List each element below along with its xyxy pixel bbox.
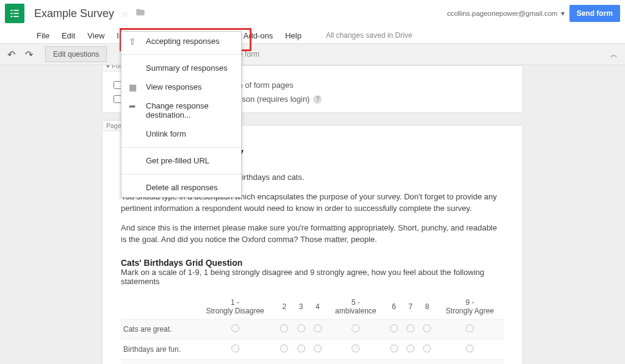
help-icon[interactable]: ?	[313, 95, 322, 104]
dropdown-unlink-label: Unlink form	[146, 129, 186, 138]
grid-radio[interactable]	[280, 344, 288, 352]
grid-radio[interactable]	[466, 324, 474, 332]
dropdown-delete-all-label: Delete all responses	[146, 183, 218, 192]
grid-radio[interactable]	[297, 324, 305, 332]
dropdown-accepting-label: Accepting responses	[146, 37, 220, 46]
grid-radio[interactable]	[423, 344, 431, 352]
account-email[interactable]: ccollins.pageonepower@gmail.com	[447, 10, 557, 17]
grid-column-header: 2	[276, 294, 292, 319]
undo-button[interactable]: ↶	[7, 49, 15, 60]
save-status: All changes saved in Drive	[326, 31, 412, 40]
grid-column-header: 8	[419, 294, 435, 319]
chevron-down-icon[interactable]: ▾	[106, 65, 110, 70]
svg-rect-5	[13, 16, 18, 17]
grid-column-header: 6	[386, 294, 402, 319]
dropdown-summary-label: Summary of responses	[146, 63, 228, 73]
dropdown-view-responses[interactable]: ▦ View responses	[121, 77, 241, 96]
divider	[121, 174, 241, 174]
dropdown-accepting-responses[interactable]: ⇪ Accepting responses	[121, 32, 241, 51]
question-help: Mark on a scale of 1-9, 1 being strongly…	[121, 268, 504, 286]
dropdown-change-dest-label: Change response destination...	[146, 101, 209, 120]
menu-file[interactable]: File	[31, 29, 56, 43]
grid-column-header: 5 -ambivalence	[326, 294, 386, 319]
grid-radio[interactable]	[390, 344, 398, 352]
grid-radio[interactable]	[352, 344, 359, 352]
grid-radio[interactable]	[297, 344, 305, 352]
folder-icon[interactable]	[135, 7, 145, 19]
grid-row-label: Cats are great.	[121, 319, 194, 339]
grid-row: Cats are great.	[121, 319, 504, 339]
grid-column-header: 3	[292, 294, 309, 319]
dropdown-view-label: View responses	[146, 82, 202, 91]
responses-dropdown: ⇪ Accepting responses Summary of respons…	[121, 31, 242, 198]
grid-radio[interactable]	[406, 324, 414, 332]
dropdown-change-destination[interactable]: ➦ Change response destination...	[121, 96, 241, 124]
arrow-right-icon: ➦	[129, 101, 136, 111]
redo-button[interactable]: ↷	[25, 49, 33, 60]
grid-row: Birthdays are fun.	[121, 339, 504, 359]
svg-rect-0	[10, 10, 12, 11]
spreadsheet-icon: ▦	[129, 82, 137, 92]
forms-app-icon[interactable]	[5, 4, 24, 23]
grid-row-label: Birthdays are fun.	[121, 339, 194, 359]
svg-rect-3	[13, 13, 18, 14]
grid-radio[interactable]	[231, 324, 239, 332]
svg-rect-2	[10, 13, 12, 14]
grid-radio[interactable]	[314, 344, 322, 352]
grid-radio[interactable]	[231, 344, 239, 352]
menu-help[interactable]: Help	[279, 29, 308, 43]
menu-addons[interactable]: Add-ons	[237, 29, 279, 43]
menu-edit[interactable]: Edit	[56, 29, 81, 43]
grid-radio[interactable]	[280, 324, 288, 332]
grid-column-header: 9 -Strongly Agree	[435, 294, 504, 319]
grid-radio[interactable]	[314, 324, 322, 332]
dropdown-prefilled-label: Get pre-filled URL	[146, 156, 209, 165]
dropdown-unlink-form[interactable]: Unlink form	[121, 124, 241, 143]
divider	[121, 54, 241, 55]
grid-radio[interactable]	[423, 324, 431, 332]
star-icon[interactable]: ☆	[121, 10, 129, 19]
grid-column-header: 7	[402, 294, 419, 319]
grid-radio[interactable]	[352, 324, 359, 332]
svg-rect-4	[10, 16, 12, 17]
survey-desc-3: And since this is the internet please ma…	[121, 222, 504, 246]
upload-icon: ⇪	[129, 37, 136, 46]
svg-rect-1	[13, 10, 18, 11]
dropdown-prefilled-url[interactable]: Get pre-filled URL	[121, 151, 241, 170]
grid-row: Cat birthdays are the best birthdays.	[121, 359, 504, 364]
grid-column-header: 4	[309, 294, 326, 319]
send-form-button[interactable]: Send form	[569, 5, 620, 22]
grid-radio[interactable]	[390, 324, 398, 332]
editor-canvas: ▾Form Settings Show progress bar at the …	[0, 65, 625, 364]
grid-radio[interactable]	[466, 344, 474, 352]
question-title[interactable]: Cats' Birthdays Grid Question	[121, 258, 504, 268]
doc-title[interactable]: Example Survey	[34, 7, 114, 20]
account-dropdown-icon[interactable]: ▾	[561, 10, 565, 17]
edit-questions-button[interactable]: Edit questions	[45, 46, 107, 62]
dropdown-delete-all[interactable]: Delete all responses	[121, 178, 241, 197]
grid-radio[interactable]	[406, 344, 414, 352]
dropdown-summary[interactable]: Summary of responses	[121, 59, 241, 77]
divider	[121, 147, 241, 148]
menu-view[interactable]: View	[81, 29, 110, 43]
grid-row-label: Cat birthdays are the best birthdays.	[121, 359, 194, 364]
collapse-toolbar-icon[interactable]: ︽	[610, 49, 618, 60]
grid-column-header: 1 -Strongly Disagree	[194, 294, 276, 319]
grid-question-table: 1 -Strongly Disagree2345 -ambivalence678…	[121, 294, 504, 365]
